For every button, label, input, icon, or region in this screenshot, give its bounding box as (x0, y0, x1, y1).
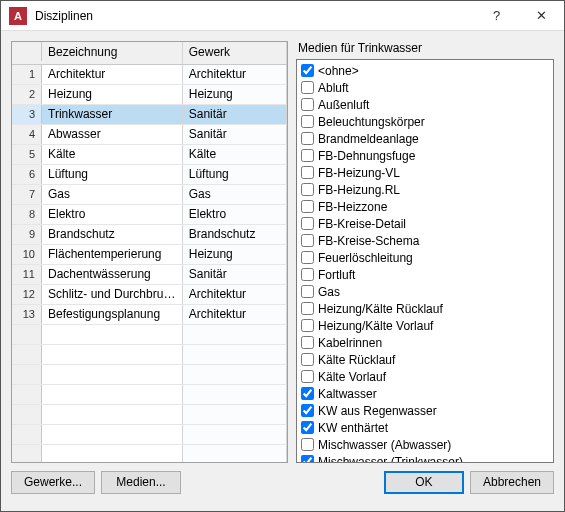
media-checkbox[interactable] (301, 370, 314, 383)
media-checkbox[interactable] (301, 149, 314, 162)
cell-gewerk[interactable]: Architektur (183, 305, 287, 324)
table-row[interactable]: 9BrandschutzBrandschutz (12, 225, 287, 245)
table-row[interactable]: 2HeizungHeizung (12, 85, 287, 105)
media-checkbox[interactable] (301, 132, 314, 145)
cell-gewerk[interactable] (183, 345, 287, 364)
table-row[interactable]: 10FlächentemperierungHeizung (12, 245, 287, 265)
table-row-empty[interactable]: . (12, 405, 287, 425)
media-item[interactable]: FB-Kreise-Detail (301, 215, 549, 232)
cell-bezeichnung[interactable]: Abwasser (42, 125, 183, 144)
media-item[interactable]: FB-Heizung-VL (301, 164, 549, 181)
cell-bezeichnung[interactable]: Heizung (42, 85, 183, 104)
media-item[interactable]: Brandmeldeanlage (301, 130, 549, 147)
media-checkbox[interactable] (301, 336, 314, 349)
cell-bezeichnung[interactable]: Trinkwasser (42, 105, 183, 124)
media-listbox[interactable]: <ohne>AbluftAußenluftBeleuchtungskörperB… (296, 59, 554, 463)
table-body[interactable]: 1ArchitekturArchitektur2HeizungHeizung3T… (12, 65, 287, 462)
cell-gewerk[interactable]: Elektro (183, 205, 287, 224)
table-row[interactable]: 4AbwasserSanitär (12, 125, 287, 145)
media-item[interactable]: Abluft (301, 79, 549, 96)
cell-gewerk[interactable]: Heizung (183, 85, 287, 104)
ok-button[interactable]: OK (384, 471, 464, 494)
help-button[interactable]: ? (474, 1, 519, 31)
cell-gewerk[interactable] (183, 425, 287, 444)
media-item[interactable]: Fortluft (301, 266, 549, 283)
cell-bezeichnung[interactable] (42, 365, 183, 384)
media-checkbox[interactable] (301, 98, 314, 111)
media-item[interactable]: KW enthärtet (301, 419, 549, 436)
media-checkbox[interactable] (301, 387, 314, 400)
table-row[interactable]: 5KälteKälte (12, 145, 287, 165)
media-checkbox[interactable] (301, 421, 314, 434)
cell-bezeichnung[interactable] (42, 445, 183, 462)
media-item[interactable]: KW aus Regenwasser (301, 402, 549, 419)
media-checkbox[interactable] (301, 302, 314, 315)
table-row-empty[interactable]: . (12, 365, 287, 385)
media-item[interactable]: Heizung/Kälte Rücklauf (301, 300, 549, 317)
cell-bezeichnung[interactable]: Gas (42, 185, 183, 204)
media-checkbox[interactable] (301, 251, 314, 264)
media-checkbox[interactable] (301, 115, 314, 128)
cell-gewerk[interactable]: Kälte (183, 145, 287, 164)
media-item[interactable]: FB-Kreise-Schema (301, 232, 549, 249)
cell-gewerk[interactable] (183, 445, 287, 462)
cell-bezeichnung[interactable] (42, 385, 183, 404)
cell-gewerk[interactable]: Sanitär (183, 125, 287, 144)
media-checkbox[interactable] (301, 319, 314, 332)
media-checkbox[interactable] (301, 234, 314, 247)
cell-bezeichnung[interactable]: Brandschutz (42, 225, 183, 244)
media-checkbox[interactable] (301, 404, 314, 417)
media-checkbox[interactable] (301, 183, 314, 196)
close-button[interactable]: ✕ (519, 1, 564, 31)
media-item[interactable]: Kaltwasser (301, 385, 549, 402)
media-checkbox[interactable] (301, 166, 314, 179)
table-row-empty[interactable]: . (12, 425, 287, 445)
media-item[interactable]: FB-Heizung.RL (301, 181, 549, 198)
table-row-empty[interactable]: . (12, 385, 287, 405)
table-row[interactable]: 12Schlitz- und Durchbruchplan...Architek… (12, 285, 287, 305)
cell-bezeichnung[interactable] (42, 425, 183, 444)
table-row[interactable]: 7GasGas (12, 185, 287, 205)
table-row[interactable]: 1ArchitekturArchitektur (12, 65, 287, 85)
gewerke-button[interactable]: Gewerke... (11, 471, 95, 494)
cell-gewerk[interactable]: Heizung (183, 245, 287, 264)
media-item[interactable]: Beleuchtungskörper (301, 113, 549, 130)
table-row[interactable]: 11DachentwässerungSanitär (12, 265, 287, 285)
media-checkbox[interactable] (301, 64, 314, 77)
cell-gewerk[interactable]: Architektur (183, 285, 287, 304)
media-checkbox[interactable] (301, 285, 314, 298)
cell-gewerk[interactable]: Lüftung (183, 165, 287, 184)
medien-button[interactable]: Medien... (101, 471, 181, 494)
cell-gewerk[interactable] (183, 385, 287, 404)
cell-bezeichnung[interactable]: Dachentwässerung (42, 265, 183, 284)
media-item[interactable]: FB-Heizzone (301, 198, 549, 215)
media-item[interactable]: Kälte Rücklauf (301, 351, 549, 368)
media-item[interactable]: FB-Dehnungsfuge (301, 147, 549, 164)
cell-bezeichnung[interactable] (42, 345, 183, 364)
media-item[interactable]: Gas (301, 283, 549, 300)
cell-bezeichnung[interactable]: Schlitz- und Durchbruchplan... (42, 285, 183, 304)
cell-bezeichnung[interactable] (42, 325, 183, 344)
cell-gewerk[interactable] (183, 325, 287, 344)
media-checkbox[interactable] (301, 217, 314, 230)
cell-gewerk[interactable]: Architektur (183, 65, 287, 84)
table-row-empty[interactable]: . (12, 445, 287, 462)
header-gewerk[interactable]: Gewerk (183, 42, 287, 64)
media-checkbox[interactable] (301, 200, 314, 213)
media-checkbox[interactable] (301, 438, 314, 451)
cell-bezeichnung[interactable]: Elektro (42, 205, 183, 224)
table-row[interactable]: 13BefestigungsplanungArchitektur (12, 305, 287, 325)
media-item[interactable]: Feuerlöschleitung (301, 249, 549, 266)
media-item[interactable]: Kabelrinnen (301, 334, 549, 351)
media-checkbox[interactable] (301, 81, 314, 94)
cell-gewerk[interactable]: Gas (183, 185, 287, 204)
media-item[interactable]: Außenluft (301, 96, 549, 113)
media-checkbox[interactable] (301, 455, 314, 463)
cancel-button[interactable]: Abbrechen (470, 471, 554, 494)
table-row-empty[interactable]: . (12, 325, 287, 345)
cell-gewerk[interactable]: Brandschutz (183, 225, 287, 244)
table-row[interactable]: 6LüftungLüftung (12, 165, 287, 185)
table-row[interactable]: 3TrinkwasserSanitär (12, 105, 287, 125)
cell-gewerk[interactable] (183, 405, 287, 424)
cell-gewerk[interactable]: Sanitär (183, 265, 287, 284)
